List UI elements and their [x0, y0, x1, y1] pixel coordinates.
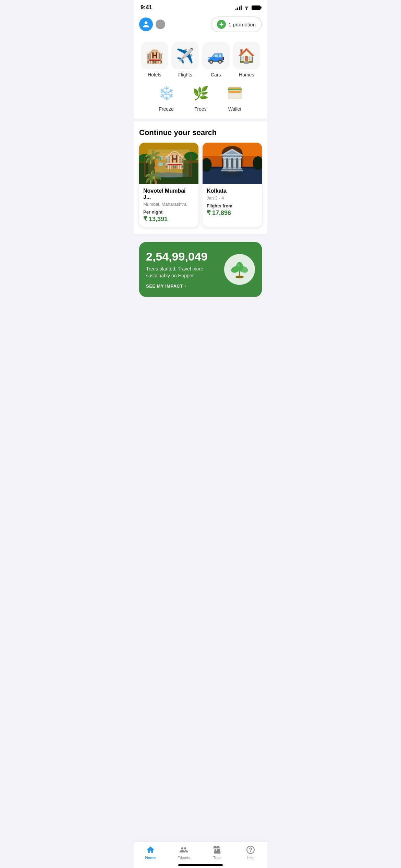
hotel-card-body: Novotel Mumbai J... Mumbai, Maharashtra … [139, 184, 198, 227]
bottom-spacer [134, 302, 267, 337]
svg-rect-5 [229, 91, 241, 93]
svg-rect-21 [172, 162, 177, 166]
cars-label: Cars [211, 72, 221, 77]
header: 1 promotion [134, 14, 267, 38]
search-section-title: Continue your search [139, 128, 262, 137]
category-trees[interactable]: 🌿 Trees [190, 83, 211, 112]
wifi-icon [244, 5, 250, 10]
hotels-icon: 🏨 [141, 42, 168, 69]
trees-count: 2,54,99,049 [146, 250, 219, 263]
trees-description: Trees planted. Travel more sustainably o… [146, 266, 219, 279]
svg-point-28 [222, 146, 243, 160]
homes-label: Homes [239, 72, 254, 77]
hotel-card-image [139, 143, 198, 184]
wallet-label: Wallet [228, 106, 241, 112]
categories-section: 🏨 Hotels ✈️ Flights 🚙 Cars 🏠 Homes ❄️ Fr… [134, 38, 267, 119]
svg-point-42 [238, 264, 240, 267]
search-cards-row: Novotel Mumbai J... Mumbai, Maharashtra … [139, 143, 262, 227]
svg-rect-33 [203, 168, 262, 184]
flight-card-body: Kolkata Jan 3 - 4 Flights from ₹ 17,896 [203, 184, 262, 221]
category-homes[interactable]: 🏠 Homes [231, 42, 262, 77]
hotels-label: Hotels [148, 72, 161, 77]
flight-search-card[interactable]: Kolkata Jan 3 - 4 Flights from ₹ 17,896 [203, 143, 262, 227]
avatar-container [139, 17, 165, 31]
freeze-label: Freeze [159, 106, 174, 112]
status-time: 9:41 [141, 4, 152, 11]
svg-point-34 [226, 168, 239, 172]
avatar [139, 17, 153, 31]
svg-point-26 [226, 155, 239, 168]
trees-icon-circle [224, 254, 255, 285]
flights-label: Flights [178, 72, 192, 77]
hotel-price-label: Per night [143, 209, 194, 215]
category-freeze[interactable]: ❄️ Freeze [156, 83, 177, 112]
svg-rect-16 [159, 156, 163, 160]
svg-rect-17 [166, 156, 170, 160]
svg-rect-12 [144, 156, 146, 177]
categories-row-main: 🏨 Hotels ✈️ Flights 🚙 Cars 🏠 Homes [139, 42, 262, 77]
svg-rect-19 [159, 162, 163, 166]
trees-cta-text: SEE MY IMPACT › [146, 284, 186, 289]
svg-point-41 [236, 262, 243, 272]
category-hotels[interactable]: 🏨 Hotels [139, 42, 170, 77]
flight-card-image [203, 143, 262, 184]
homes-icon: 🏠 [233, 42, 260, 69]
svg-rect-8 [139, 163, 198, 184]
signal-bars-icon [235, 5, 242, 10]
status-icons [235, 5, 260, 10]
trees-banner[interactable]: 2,54,99,049 Trees planted. Travel more s… [139, 242, 262, 297]
flight-price: ₹ 17,896 [207, 209, 258, 217]
notification-dot [156, 20, 165, 29]
svg-rect-9 [148, 149, 190, 177]
categories-row-secondary: ❄️ Freeze 🌿 Trees Wallet [139, 83, 262, 112]
trees-cta-button[interactable]: SEE MY IMPACT › [146, 284, 219, 289]
svg-rect-6 [229, 94, 241, 98]
freeze-icon: ❄️ [156, 83, 177, 104]
cars-icon: 🚙 [202, 42, 230, 69]
promotion-pill[interactable]: 1 promotion [211, 16, 262, 32]
category-wallet[interactable]: Wallet [224, 83, 245, 112]
person-icon [142, 21, 150, 28]
flight-destination: Kolkata [207, 188, 258, 194]
svg-point-22 [152, 172, 186, 178]
svg-point-13 [184, 152, 198, 161]
trees-text-content: 2,54,99,049 Trees planted. Travel more s… [146, 250, 219, 289]
hotel-price: ₹ 13,391 [143, 215, 194, 223]
svg-rect-15 [155, 153, 183, 177]
battery-icon [252, 5, 260, 10]
svg-rect-10 [139, 160, 198, 184]
svg-rect-20 [166, 162, 170, 166]
promotion-label: 1 promotion [229, 22, 256, 27]
trees-icon: 🌿 [190, 83, 211, 104]
search-section: Continue your search [134, 121, 267, 234]
section-divider [134, 119, 267, 121]
hotel-name: Novotel Mumbai J... [143, 188, 194, 200]
flights-icon: ✈️ [171, 42, 199, 69]
trees-label: Trees [194, 106, 206, 112]
hotel-location: Mumbai, Maharashtra [143, 202, 194, 207]
svg-point-0 [246, 9, 247, 10]
promo-badge-icon [217, 20, 226, 29]
section-divider-2 [134, 234, 267, 237]
category-flights[interactable]: ✈️ Flights [170, 42, 201, 77]
hotel-search-card[interactable]: Novotel Mumbai J... Mumbai, Maharashtra … [139, 143, 198, 227]
svg-rect-14 [191, 155, 192, 177]
svg-point-11 [139, 154, 151, 162]
svg-rect-7 [139, 143, 198, 184]
svg-rect-18 [172, 156, 177, 160]
category-cars[interactable]: 🚙 Cars [200, 42, 231, 77]
status-bar: 9:41 [134, 0, 267, 14]
flight-dates: Jan 3 - 4 [207, 195, 258, 201]
flight-price-label: Flights from [207, 203, 258, 208]
wallet-icon [224, 83, 245, 104]
